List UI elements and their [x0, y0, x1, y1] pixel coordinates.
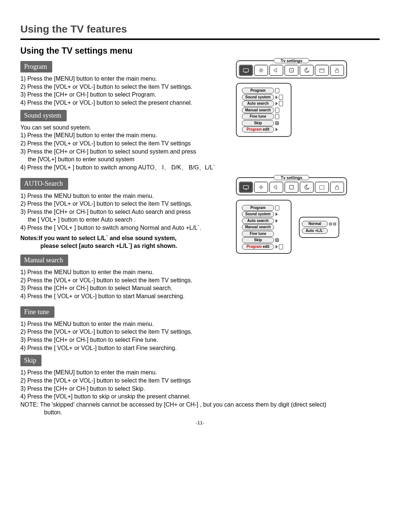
auto-steps: 1) Press the MENU button to enter the ma…: [20, 192, 228, 232]
svg-rect-7: [290, 185, 294, 189]
step: 1) Press the MENU button to enter the ma…: [20, 192, 228, 200]
tv-icon: [239, 182, 253, 193]
step: 4) Press the [VOL+ or VOL-] button to se…: [20, 99, 228, 107]
osd-menu-1: Program Sound system Auto search Manual …: [236, 83, 291, 137]
section-label-program: Program: [20, 61, 52, 73]
step: 2) Press the [VOL+ or VOL-] button to se…: [20, 328, 380, 336]
svg-point-1: [260, 69, 262, 71]
osd-strip-1: Tv settings: [236, 60, 347, 78]
step: 1) Press the [MENU] button to enter the …: [20, 131, 228, 139]
step: 2) Press the [VOL+ or VOL-] button to se…: [20, 377, 380, 385]
step: 4) Press the [ VOL+ or VOL-] button to s…: [20, 344, 380, 352]
menu-program: Program: [242, 205, 274, 211]
menu-skip: Skip: [242, 237, 274, 243]
skip-note-cont: button.: [20, 408, 380, 417]
step: 3) Press the [CH+ or CH-] button to sele…: [20, 385, 380, 393]
step: 2) Press the [VOL+ or VOL-] button to se…: [20, 139, 228, 148]
page-main-title: Using the TV features: [20, 22, 380, 36]
sleep-icon: [300, 182, 314, 193]
step: 1) Press the [MENU] button to enter the …: [20, 75, 228, 83]
step: 4) Press the [ VOL+ ] button to switch a…: [20, 224, 228, 232]
tv-icon: [239, 65, 253, 76]
timer-icon: [284, 182, 299, 193]
menu-fine: Fine tune: [242, 114, 274, 119]
step: 3) Press the [CH+ or CH-] button to sele…: [20, 208, 228, 216]
step: 3) Press the [CH+ or CH-] button to sele…: [20, 91, 228, 99]
step: 2) Press the [VOL+ or VOL-] button to se…: [20, 276, 228, 284]
speaker-icon: [269, 65, 283, 76]
svg-point-6: [260, 186, 262, 188]
menu-program-edit: Program edit: [242, 244, 274, 250]
step: 3) Press the [CH+ or CH-] button to sele…: [20, 336, 380, 344]
page-sub-title: Using the TV settings menu: [20, 45, 380, 57]
lock-icon: [330, 65, 344, 76]
svg-rect-4: [336, 70, 339, 73]
title-rule: [20, 38, 380, 40]
brightness-icon: [254, 182, 268, 193]
calendar-icon: [315, 65, 329, 76]
menu-manual: Manual search: [242, 224, 274, 230]
menu-auto: Auto search: [242, 101, 274, 107]
speaker-icon: [269, 182, 283, 193]
auto-note: Notes:If you want to select L/L` and els…: [20, 234, 228, 250]
svg-rect-8: [320, 186, 324, 190]
step: 3) Press the [CH+ or CH-] button to sele…: [20, 284, 228, 292]
menu-auto: Auto search: [242, 218, 274, 224]
submenu-normal: Normal: [302, 221, 328, 227]
page-number: -11-: [20, 420, 380, 426]
sound-steps: You can set sound syetem. 1) Press the […: [20, 124, 228, 172]
svg-rect-0: [243, 68, 249, 72]
step-cont: the [ VOL+ ] button to enter Auto search…: [20, 216, 228, 224]
step: 3) Press the [CH+ or CH-] button to sele…: [20, 148, 228, 156]
section-label-auto: AUTO-Search: [20, 178, 68, 189]
osd-strip-2: Tv settings: [236, 177, 347, 195]
intro: You can set sound syetem.: [20, 124, 228, 132]
sleep-icon: [300, 65, 314, 76]
step-cont: the [VOL+] button to enter sound system: [20, 155, 228, 164]
menu-fine: Fine tune: [242, 231, 274, 237]
svg-rect-3: [320, 68, 324, 73]
brightness-icon: [254, 65, 268, 76]
section-label-fine: Fine tune: [20, 306, 54, 318]
menu-sound: Sound system: [242, 211, 274, 217]
osd-menu-2: Program Sound system Auto search Manual …: [236, 200, 291, 254]
osd-strip-title: Tv settings: [274, 58, 309, 63]
fine-steps: 1) Press the MENU button to enter the ma…: [20, 320, 380, 352]
manual-steps: 1) Press the MENU button to enter the ma…: [20, 268, 228, 300]
timer-icon: [284, 65, 299, 76]
menu-program: Program: [242, 88, 274, 94]
menu-manual: Manual search: [242, 107, 274, 113]
menu-skip: Skip: [242, 120, 274, 126]
step: 4) Press the [VOL+] button to skip or un…: [20, 393, 380, 401]
step: 4) Press the [VOL+ ] button to switch am…: [20, 164, 228, 172]
step: 2) Press the [VOL+ or VOL-] button to se…: [20, 200, 228, 208]
section-label-manual: Manual search: [20, 255, 68, 266]
program-steps: 1) Press the [MENU] button to enter the …: [20, 75, 228, 107]
section-label-skip: Skip: [20, 355, 41, 366]
section-label-sound: Sound system: [20, 110, 67, 121]
calendar-icon: [315, 182, 329, 193]
menu-program-edit: Program edit: [242, 127, 274, 132]
svg-rect-5: [243, 186, 249, 189]
skip-steps: 1) Press the [MENU] button to enter the …: [20, 368, 380, 417]
step: 1) Press the MENU button to enter the ma…: [20, 268, 228, 276]
osd-submenu: Normal Auto +L/L`: [299, 217, 339, 238]
lock-icon: [330, 182, 344, 193]
step: 1) Press the [MENU] button to enter the …: [20, 368, 380, 377]
step: 2) Press the [VOL+ or VOL-] button to se…: [20, 83, 228, 91]
submenu-auto-l: Auto +L/L`: [302, 228, 328, 234]
svg-rect-9: [336, 187, 339, 189]
skip-note: NOTE: The 'skipped' channels cannot be a…: [20, 401, 380, 409]
step: 4) Press the [ VOL+ or VOL-] button to s…: [20, 292, 228, 300]
step: 1) Press the MENU button to enter the ma…: [20, 320, 380, 328]
menu-sound: Sound system: [242, 94, 274, 100]
osd-strip-title: Tv settings: [274, 175, 309, 180]
